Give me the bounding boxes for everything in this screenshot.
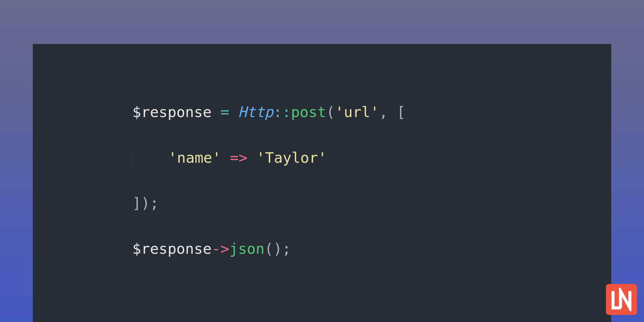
string-token: 'name' [168,149,221,166]
ln-logo-icon [610,288,633,311]
indent-guide [133,148,168,168]
variable-token: $response [132,104,212,121]
space-token [229,104,238,121]
operator-token: = [220,104,229,121]
code-line-2: 'name' => 'Taylor' [132,148,512,168]
class-token: Http [238,104,273,121]
code-line-1: $response = Http::post('url', [ [132,102,512,122]
space-token [247,149,256,166]
logo-badge [606,284,637,315]
blank-line [132,122,512,148]
space-token [212,104,220,121]
code-line-4: $response->json(); [132,239,512,259]
code-editor-panel: $response = Http::post('url', [ 'name' =… [33,44,611,322]
code-line-3: ]); [132,193,512,213]
variable-token: $response [132,240,212,257]
method-token: post [291,104,326,121]
punct-token: ]); [132,195,159,212]
punct-token: (); [265,240,291,257]
space-token [221,149,230,166]
thin-arrow-token: -> [212,240,229,257]
string-token: 'Taylor' [256,149,327,166]
blank-line [132,213,512,239]
method-token: json [229,240,264,257]
scope-token: :: [273,104,291,121]
punct-token: , [ [379,104,405,121]
arrow-token: => [230,149,247,166]
blank-line [132,168,512,193]
indent-token [133,149,168,166]
paren-token: ( [326,104,335,121]
string-token: 'url' [335,104,379,121]
